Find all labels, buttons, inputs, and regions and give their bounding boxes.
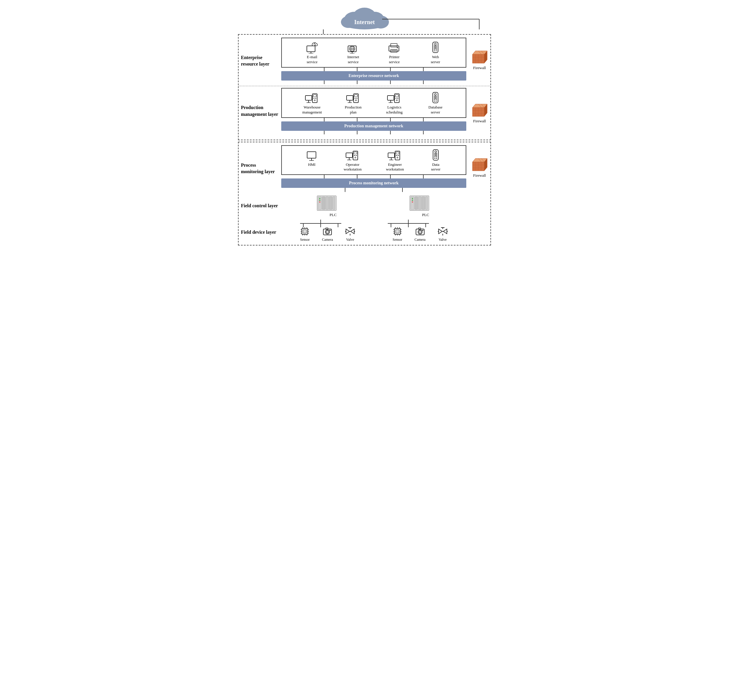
svg-rect-113 [434,158,436,159]
svg-point-159 [326,231,329,233]
svg-rect-136 [415,197,418,210]
svg-point-158 [325,230,330,234]
printer-icon [388,42,401,54]
diagram-container: Internet Enterprise resource layer [238,6,491,245]
svg-rect-59 [356,98,357,99]
svg-rect-188 [422,230,423,231]
firewall-label-enterprise: Firewall [473,65,486,70]
svg-point-6 [372,16,389,29]
sensor-right-label: Sensor [393,238,402,242]
svg-rect-112 [436,157,437,157]
svg-marker-189 [439,229,442,234]
operator-icon [346,149,360,161]
process-connectors [281,175,466,178]
camera-left-label: Camera [322,238,333,242]
email-device: E-mailservice [299,42,325,65]
svg-point-107 [435,151,437,152]
internet-service-device: Internetservice [340,42,367,65]
svg-rect-31 [436,49,437,50]
production-plan-device: Productionplan [340,92,367,115]
svg-point-57 [355,100,357,101]
svg-rect-144 [303,230,306,233]
lower-dashed-area: Process monitoring layer HMI [238,142,491,246]
firewall-icon-production [471,102,488,119]
plc-right-label: PLC [422,213,429,217]
engineer-label: Engineerworkstation [386,162,404,172]
left-down-line [320,220,321,223]
firewall-label-production: Firewall [473,119,486,123]
field-device-content: Sensor Ca [281,226,491,242]
camera-left: Camera [322,226,333,242]
hmi-label: HMI [308,162,315,167]
internet-service-label: Internetservice [347,55,359,65]
process-below-connectors [281,188,466,192]
production-connectors [281,118,466,122]
svg-rect-20 [391,43,397,47]
svg-point-142 [412,201,413,203]
database-device: Databaseserver [422,92,449,115]
svg-rect-72 [434,98,437,99]
svg-rect-102 [396,152,399,154]
svg-rect-104 [396,155,397,156]
sensor-left-icon [299,226,310,237]
engineer-icon [388,149,402,161]
process-inner-box: HMI Opera [281,145,466,175]
svg-rect-110 [434,155,437,156]
production-network-bar: Production management network [281,122,466,131]
svg-rect-29 [434,48,437,48]
production-row: Production management layer [238,88,491,137]
logistics-device: Logisticsscheduling [381,92,407,115]
svg-rect-127 [322,197,325,210]
svg-rect-76 [436,101,437,101]
enterprise-production-dashed: Enterprise resource layer [238,34,491,140]
email-icon [306,42,319,54]
valve-right-icon [437,226,448,237]
svg-point-49 [314,100,315,101]
svg-point-141 [412,200,413,201]
svg-rect-44 [305,96,312,100]
warehouse-device: Warehousemanagement [299,92,325,115]
enterprise-network-bar: Enterprise resource network [281,71,466,81]
svg-rect-105 [398,155,399,156]
valve-right-label: Valve [439,238,447,242]
svg-rect-71 [434,97,437,98]
sensor-left: Sensor [299,226,310,242]
svg-rect-66 [395,98,396,99]
svg-point-26 [434,43,436,45]
svg-text:Internet: Internet [354,19,375,25]
left-branch [297,220,344,224]
field-device-label: Field device layer [238,226,281,235]
svg-rect-67 [397,98,398,99]
left-field-devices: Sensor Ca [295,226,360,242]
svg-rect-58 [354,98,356,99]
web-server-icon [431,42,440,54]
svg-rect-52 [347,96,353,100]
svg-rect-12 [348,46,356,52]
svg-rect-97 [356,155,357,156]
right-branch [385,220,432,224]
svg-rect-60 [388,96,394,100]
cloud-down-line [323,29,324,34]
enterprise-label: Enterprise resource layer [238,54,281,68]
svg-rect-96 [354,155,355,156]
svg-point-132 [319,200,320,201]
web-server-label: Webserver [431,55,440,65]
web-server-device: Webserver [422,42,449,65]
plc-right: PLC [408,194,432,217]
production-content: Warehousemanagement [281,88,491,134]
svg-point-16 [351,46,353,51]
production-plan-label: Productionplan [345,105,362,115]
data-server-icon [431,149,440,161]
plc-left: PLC [316,194,339,217]
plc-down-connectors [238,220,491,224]
svg-rect-98 [388,153,395,158]
process-label: Process monitoring layer [238,162,281,175]
svg-rect-74 [436,99,437,100]
svg-rect-90 [346,153,353,158]
camera-right-icon [415,226,425,237]
process-firewall: Firewall [471,156,488,178]
production-below-connectors [281,131,466,134]
svg-rect-30 [434,49,435,50]
svg-rect-64 [395,95,398,97]
sensor-right: Sensor [392,226,403,242]
